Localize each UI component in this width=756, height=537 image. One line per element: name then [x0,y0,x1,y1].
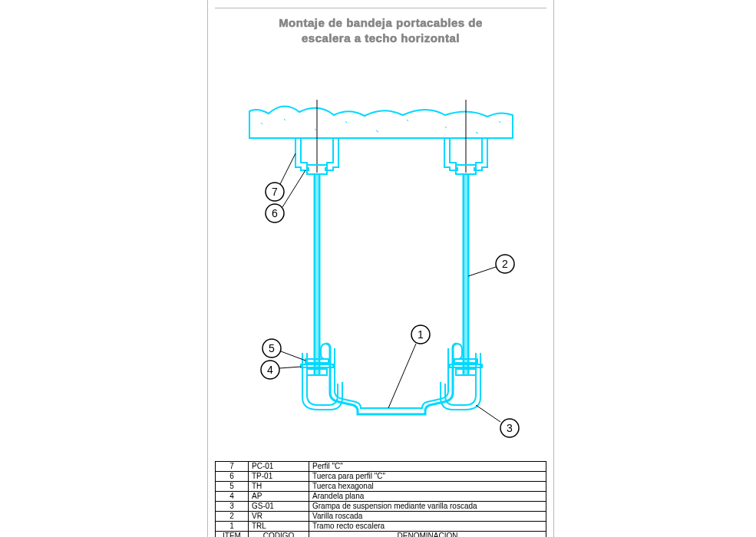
table-row: 4 AP Arandela plana [216,492,546,502]
bom-item: 6 [216,472,249,482]
table-row: 6 TP-01 Tuerca para perfil "C" [216,472,546,482]
page: Montaje de bandeja portacables de escale… [0,0,756,537]
bom-table: 7 PC-01 Perfil "C" 6 TP-01 Tuerca para p… [215,461,546,537]
bom-item: 4 [216,492,249,502]
bom-desc: Arandela plana [309,492,546,502]
bom-desc: Varilla roscada [309,512,546,522]
bom-item: 1 [216,522,249,532]
title-line-2: escalera a techo horizontal [215,31,546,46]
bom-desc: Tuerca hexagonal [309,482,546,492]
svg-line-1 [284,119,286,120]
balloon-1: 1 [388,325,430,408]
bom-header-row: ITEM CODIGO DENOMINACION [216,532,546,538]
bom-desc: Tramo recto escalera [309,522,546,532]
bom-code: TRL [249,522,309,532]
table-row: 5 TH Tuerca hexagonal [216,482,546,492]
bom-item: 3 [216,502,249,512]
table-row: 7 PC-01 Perfil "C" [216,462,546,472]
balloon-2: 2 [468,255,514,276]
bom-body: 7 PC-01 Perfil "C" 6 TP-01 Tuerca para p… [216,462,546,532]
svg-line-4 [376,130,378,132]
svg-text:7: 7 [272,186,278,198]
bom-code: GS-01 [249,502,309,512]
bom-header-desc: DENOMINACION [309,532,546,538]
title-line-1: Montaje de bandeja portacables de [215,15,546,31]
bom-code: PC-01 [249,462,309,472]
table-row: 1 TRL Tramo recto escalera [216,522,546,532]
svg-text:4: 4 [267,364,273,376]
svg-line-37 [279,367,301,368]
bom-header-item: ITEM [216,532,249,538]
left-hanger [295,100,338,376]
svg-line-40 [388,344,416,408]
bom-code: AP [249,492,309,502]
cable-tray-section [321,344,462,414]
table-row: 2 VR Varilla roscada [216,512,546,522]
svg-text:6: 6 [272,207,278,219]
bom-code: TH [249,482,309,492]
svg-text:1: 1 [418,328,424,341]
drawing-title: Montaje de bandeja portacables de escale… [215,15,546,45]
bom-item: 7 [216,462,249,472]
svg-text:2: 2 [502,258,508,270]
bom-code: TP-01 [249,472,309,482]
svg-text:3: 3 [507,422,513,434]
balloon-4: 4 [261,361,301,379]
bom-desc: Perfil "C" [309,462,546,472]
svg-text:5: 5 [269,342,275,354]
balloon-3: 3 [476,405,519,437]
drawing-viewport: 7 6 2 5 4 [215,46,546,460]
svg-line-31 [468,267,496,276]
svg-line-0 [261,123,262,124]
svg-line-7 [476,132,478,133]
table-row: 3 GS-01 Grampa de suspension mediante va… [216,502,546,512]
svg-line-2 [315,129,316,130]
svg-line-3 [345,121,347,123]
svg-line-8 [499,121,500,123]
svg-line-6 [445,127,447,128]
bom-desc: Tuerca para perfil "C" [309,472,546,482]
svg-line-25 [280,153,295,184]
bom-item: 5 [216,482,249,492]
bom-item: 2 [216,512,249,522]
ceiling-slab [249,106,513,138]
drawing-frame-top [215,8,546,8]
assembly-drawing: 7 6 2 5 4 [215,46,546,460]
bom-desc: Grampa de suspension mediante varilla ro… [309,502,546,512]
right-hanger [444,100,487,376]
svg-line-43 [476,405,500,422]
bom-header-code: CODIGO [249,532,309,538]
svg-line-5 [407,120,408,121]
svg-line-28 [282,170,305,207]
bom-code: VR [249,512,309,522]
balloon-5: 5 [262,339,305,361]
